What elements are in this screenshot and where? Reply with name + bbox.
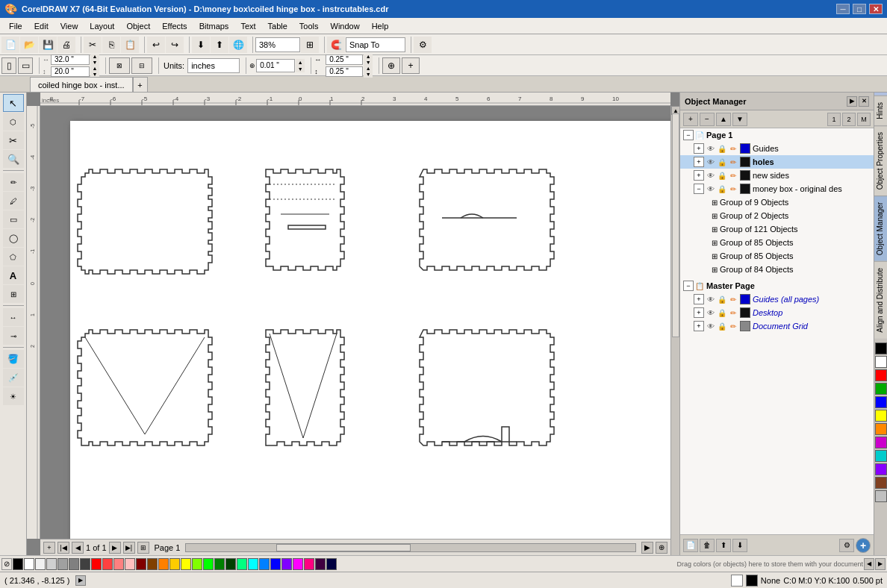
tool-shape[interactable]: ⬡ — [3, 113, 24, 131]
color-yellow[interactable] — [875, 410, 887, 422]
moneybox-expand[interactable]: − — [694, 184, 704, 194]
tool-smart-fill[interactable]: 🖊 — [3, 192, 24, 210]
desktop-lock[interactable]: 🔒 — [717, 307, 727, 318]
color-cyan[interactable] — [875, 450, 887, 462]
guides-all-lock[interactable]: 🔒 — [717, 294, 727, 304]
guides-pen-icon[interactable]: ✏ — [728, 143, 738, 154]
scroll-thumb[interactable] — [672, 113, 679, 337]
om-close-button[interactable]: ✕ — [859, 96, 869, 107]
om-add-btn[interactable]: + — [856, 538, 871, 553]
page-height-input[interactable] — [51, 66, 90, 77]
page-size-reset[interactable]: ⊠ — [109, 57, 130, 74]
menu-file[interactable]: File — [3, 20, 28, 32]
redo-button[interactable]: ↪ — [166, 37, 184, 53]
swatch-3[interactable] — [46, 558, 57, 570]
color-blue[interactable] — [875, 396, 887, 408]
side-tab-hints[interactable]: Hints — [874, 96, 887, 125]
width-up[interactable]: ▲ — [90, 54, 99, 60]
om-new-layer-bottom[interactable]: 📄 — [683, 539, 698, 552]
color-brown[interactable] — [875, 477, 887, 489]
newsides-pen-icon[interactable]: ✏ — [728, 170, 738, 181]
om-delete-layer-btn[interactable]: − — [700, 113, 715, 126]
guides-all-pen[interactable]: ✏ — [728, 294, 738, 304]
tool-ellipse[interactable]: ◯ — [3, 229, 24, 247]
menu-view[interactable]: View — [55, 20, 84, 32]
menu-layout[interactable]: Layout — [84, 20, 120, 32]
swatch-11[interactable] — [136, 558, 146, 570]
swatch-18[interactable] — [214, 558, 225, 570]
color-white[interactable] — [875, 356, 887, 368]
newsides-eye-icon[interactable]: 👁 — [706, 170, 716, 181]
swatch-20[interactable] — [237, 558, 247, 570]
tool-table[interactable]: ⊞ — [3, 285, 24, 303]
om-collapse-button[interactable]: ▶ — [847, 96, 857, 107]
om-masterpage-btn[interactable]: M — [857, 113, 871, 126]
menu-text[interactable]: Text — [234, 20, 261, 32]
swatch-9[interactable] — [113, 558, 124, 570]
color-orange[interactable] — [875, 423, 887, 435]
tool-rectangle[interactable]: ▭ — [3, 210, 24, 228]
copy-button[interactable]: ⎘ — [102, 37, 120, 53]
swatch-0[interactable] — [13, 558, 23, 570]
tool-select[interactable]: ↖ — [3, 94, 24, 112]
docgrid-expand[interactable]: + — [694, 321, 704, 331]
bleed-settings[interactable]: ⊟ — [131, 57, 152, 74]
palette-scroll-left[interactable]: ◀ — [864, 558, 874, 570]
swatch-21[interactable] — [248, 558, 258, 570]
masterpage-expand[interactable]: − — [683, 281, 694, 291]
add-page-nav-button[interactable]: + — [43, 542, 55, 554]
close-button[interactable]: ✕ — [869, 4, 883, 14]
tree-holes-layer[interactable]: + 👁 🔒 ✏ holes — [680, 155, 874, 169]
dup-h-up[interactable]: ▲ — [364, 54, 373, 60]
dup-v-down[interactable]: ▼ — [364, 72, 373, 78]
scroll-right-button[interactable]: ▶ — [641, 542, 653, 554]
swatch-27[interactable] — [315, 558, 326, 570]
width-down[interactable]: ▼ — [90, 60, 99, 66]
nudge-input[interactable] — [256, 59, 295, 72]
swatch-8[interactable] — [102, 558, 113, 570]
swatch-16[interactable] — [192, 558, 202, 570]
holes-eye-icon[interactable]: 👁 — [706, 157, 716, 167]
moneybox-lock-icon[interactable]: 🔒 — [717, 184, 727, 194]
maximize-button[interactable]: □ — [853, 4, 866, 14]
swatch-10[interactable] — [125, 558, 135, 570]
docgrid-pen[interactable]: ✏ — [728, 321, 738, 331]
guides-all-expand[interactable]: + — [694, 294, 704, 304]
color-red[interactable] — [875, 369, 887, 381]
om-move-down-btn[interactable]: ▼ — [732, 113, 747, 126]
swatch-7[interactable] — [91, 558, 102, 570]
portrait-button[interactable]: ▯ — [1, 57, 16, 74]
menu-effects[interactable]: Effects — [156, 20, 193, 32]
side-tab-align[interactable]: Align and Distribute — [874, 261, 887, 339]
moneybox-pen-icon[interactable]: ✏ — [728, 184, 738, 194]
page1-expand[interactable]: − — [683, 130, 694, 140]
side-tab-obj-props[interactable]: Object Properties — [874, 125, 887, 196]
undo-button[interactable]: ↩ — [147, 37, 165, 53]
open-button[interactable]: 📂 — [20, 37, 38, 53]
om-move-down-bottom[interactable]: ⬇ — [732, 539, 747, 552]
drawing-scale[interactable]: ⊕ — [382, 57, 400, 74]
import-button[interactable]: ⬇ — [192, 37, 210, 53]
holes-lock-icon[interactable]: 🔒 — [717, 157, 727, 167]
tree-group84[interactable]: ⊞ Group of 84 Objects — [680, 263, 874, 276]
tree-desktop[interactable]: + 👁 🔒 ✏ Desktop — [680, 306, 874, 319]
prev-page-button[interactable]: ◀ — [72, 542, 84, 554]
om-delete-bottom[interactable]: 🗑 — [700, 539, 715, 552]
export-button[interactable]: ⬆ — [211, 37, 228, 53]
om-page2-btn[interactable]: 2 — [842, 113, 856, 126]
tool-text[interactable]: A — [3, 266, 24, 284]
tree-docgrid[interactable]: + 👁 🔒 ✏ Document Grid — [680, 319, 874, 333]
paste-button[interactable]: 📋 — [121, 37, 139, 53]
cut-button[interactable]: ✂ — [84, 37, 102, 53]
guides-eye-icon[interactable]: 👁 — [706, 143, 716, 154]
tool-connector[interactable]: ⊸ — [3, 327, 24, 345]
menu-window[interactable]: Window — [325, 20, 366, 32]
add-tab-button[interactable]: + — [133, 77, 148, 92]
swatch-26[interactable] — [304, 558, 314, 570]
coord-units-button[interactable]: ▶ — [75, 575, 86, 586]
print-button[interactable]: 🖨 — [57, 37, 75, 53]
swatch-2[interactable] — [35, 558, 46, 570]
nudge-down[interactable]: ▼ — [296, 66, 305, 72]
tree-group85b[interactable]: ⊞ Group of 85 Objects — [680, 249, 874, 263]
tool-dimension[interactable]: ↔ — [3, 308, 24, 326]
